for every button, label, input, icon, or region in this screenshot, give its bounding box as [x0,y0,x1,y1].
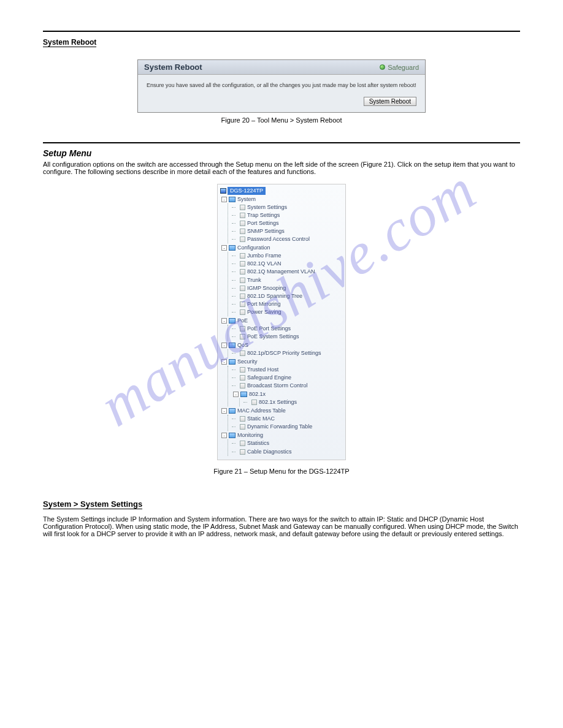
tree-leaf-label: SNMP Settings [247,227,285,235]
expander-icon[interactable]: - [221,343,227,348]
tree-leaf[interactable]: Trunk [232,276,342,284]
safeguard-label: Safeguard [388,64,419,71]
tree-folder-label: Security [237,358,258,366]
tree-leaf[interactable]: Static MAC [232,415,342,423]
tree-leaf[interactable]: SNMP Settings [232,227,342,235]
panel-body: Ensure you have saved all the configurat… [138,75,425,112]
page-icon [240,383,245,389]
top-divider [43,31,520,32]
tree-leaf-label: Broadcast Storm Control [247,382,308,390]
expander-icon[interactable]: - [221,245,227,251]
tree-leaf[interactable]: 802.1p/DSCP Priority Settings [232,349,342,357]
page-icon [240,229,245,234]
page-icon [240,326,245,332]
tree-leaf[interactable]: Jumbo Frame [232,252,342,260]
tree-folder[interactable]: -System [221,195,342,203]
tree-leaf-label: Static MAC [247,415,275,423]
tree-folder[interactable]: -Security [221,358,342,366]
tree-leaf[interactable]: PoE System Settings [232,333,342,341]
system-reboot-button[interactable]: System Reboot [364,97,416,106]
tree-leaf[interactable]: Safeguard Engine [232,374,342,382]
tree-leaf-label: 802.1Q VLAN [247,260,282,268]
tree-leaf-label: Trap Settings [247,211,280,219]
tree-leaf[interactable]: Port Settings [232,219,342,227]
expander-icon[interactable]: - [233,392,239,397]
tree-leaf[interactable]: 802.1Q VLAN [232,260,342,268]
page-icon [240,441,245,446]
page-icon [251,400,257,405]
tree-leaf[interactable]: Password Access Control [232,235,342,243]
page-icon [240,367,245,373]
tree-folder-label: System [237,195,256,203]
expander-icon[interactable]: - [221,359,227,365]
system-reboot-panel: System Reboot Safeguard Ensure you have … [137,59,426,113]
tree-leaf-label: 802.1p/DSCP Priority Settings [247,349,321,357]
page-icon [240,237,245,242]
tree-leaf-label: Dynamic Forwarding Table [247,423,312,431]
tree-folder-label: QoS [237,341,248,349]
tree-leaf-label: Cable Diagnostics [247,448,292,456]
page-icon [240,205,245,210]
panel-titlebar: System Reboot Safeguard [138,60,425,75]
page-icon [240,449,245,455]
folder-icon [240,392,247,397]
tree-folder-label: PoE [237,317,248,325]
tree-leaf-label: 802.1D Spanning Tree [247,292,302,300]
tree-folder[interactable]: -Configuration [221,244,342,252]
tree-folder[interactable]: -PoE [221,317,342,325]
page-icon [240,269,245,275]
tree-folder[interactable]: -MAC Address Table [221,407,342,415]
tree-leaf-label: Statistics [247,439,269,447]
tree-leaf[interactable]: 802.1x Settings [243,398,342,406]
safeguard-dot-icon [380,64,385,70]
tree-leaf[interactable]: Trap Settings [232,211,342,219]
tree-leaf[interactable]: PoE Port Settings [232,325,342,333]
page-icon [240,286,245,291]
tree-folder[interactable]: -Monitoring [221,431,342,439]
page-icon [240,375,245,381]
tree-leaf[interactable]: Cable Diagnostics [232,448,342,456]
device-icon [220,188,226,194]
figure-20-caption: Figure 20 – Tool Menu > System Reboot [43,116,520,124]
tree-leaf[interactable]: IGMP Snooping [232,284,342,292]
tree-leaf[interactable]: Broadcast Storm Control [232,382,342,390]
page-icon [240,309,245,315]
expander-icon[interactable]: - [221,433,227,438]
folder-icon [229,197,236,202]
folder-icon [229,433,236,438]
expander-icon[interactable]: - [221,318,227,324]
tree-leaf-label: Power Saving [247,308,282,316]
tree-leaf[interactable]: Port Mirroring [232,300,342,308]
tree-folder[interactable]: -QoS [221,341,342,349]
page-icon [240,213,245,218]
tree-leaf-label: Port Settings [247,219,279,227]
tree-leaf[interactable]: Statistics [232,439,342,447]
tree-leaf-label: PoE Port Settings [247,325,291,333]
expander-icon[interactable]: - [221,408,227,414]
tree-subfolder[interactable]: -802.1x [233,390,342,398]
expander-icon[interactable]: - [221,197,227,202]
nav-tree[interactable]: DGS-1224TP -SystemSystem SettingsTrap Se… [217,184,346,460]
system-settings-description: The System Settings include IP Informati… [43,515,520,537]
tree-leaf-label: Trunk [247,276,261,284]
page-icon [240,278,245,283]
tree-leaf[interactable]: Trusted Host [232,366,342,374]
tree-root[interactable]: DGS-1224TP [228,187,266,195]
figure-21-caption: Figure 21 – Setup Menu for the DGS-1224T… [43,468,520,475]
tree-leaf[interactable]: 802.1D Spanning Tree [232,292,342,300]
tree-leaf-label: PoE System Settings [247,333,299,341]
page-icon [240,294,245,299]
tree-leaf[interactable]: Power Saving [232,308,342,316]
tree-folder-label: MAC Address Table [237,407,286,415]
tree-leaf-label: 802.1x Settings [259,398,297,406]
page-icon [240,221,245,226]
page-icon [240,253,245,259]
tree-leaf[interactable]: 802.1Q Management VLAN [232,268,342,276]
setup-menu-description: All configuration options on the switch … [43,161,520,175]
tree-leaf-label: Trusted Host [247,366,278,374]
tree-leaf[interactable]: System Settings [232,203,342,211]
folder-icon [229,408,236,414]
folder-icon [229,245,236,251]
tree-leaf[interactable]: Dynamic Forwarding Table [232,423,342,431]
page-icon [240,301,245,307]
